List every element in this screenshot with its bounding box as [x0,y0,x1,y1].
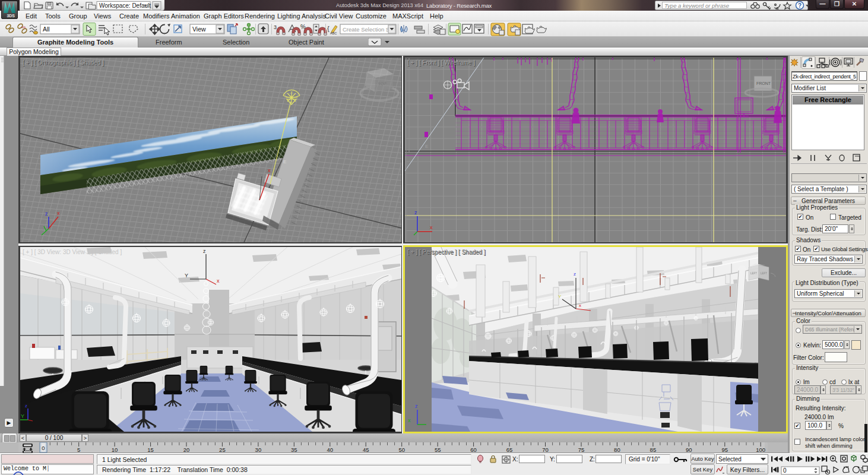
svg-text:20: 20 [183,446,190,453]
svg-text:E: E [283,159,286,164]
svg-text:60: 60 [470,446,477,453]
svg-text:z: z [203,248,206,254]
svg-text:LEFT: LEFT [750,272,757,275]
svg-text:30: 30 [255,446,262,453]
svg-text:40: 40 [327,446,334,453]
svg-text:z: z [25,403,27,408]
svg-text:[ + ] [ Perspective ] [ Shaded: [ + ] [ Perspective ] [ Shaded ] [407,249,486,255]
svg-text:50: 50 [398,446,405,453]
svg-text:LEFT: LEFT [761,272,767,275]
svg-text:x: x [579,303,581,308]
svg-text:x: x [57,210,60,216]
svg-text:3: 3 [274,24,277,30]
svg-text:45: 45 [363,446,369,453]
svg-text:4%: 4% [21,26,26,29]
svg-text:Y: Y [21,413,24,419]
svg-text:0: 0 [42,445,45,451]
svg-text:55: 55 [435,446,441,453]
svg-text:15: 15 [147,446,154,453]
svg-text:FRONT: FRONT [756,81,771,86]
svg-text:z: z [415,403,418,409]
svg-text:Create Selection Se: Create Selection Se [343,26,393,33]
svg-text:90: 90 [686,446,692,453]
svg-text:75: 75 [578,446,585,453]
svg-text:25: 25 [219,446,226,453]
svg-text:{: { [327,25,330,32]
svg-text:x: x [217,278,220,284]
svg-text:70: 70 [542,446,549,453]
svg-text:[ + ] [ Front ] [ Wireframe ]: [ + ] [ Front ] [ Wireframe ] [407,59,475,66]
svg-text:[ + ] [ 3D View: 3D View 1 ] [: [ + ] [ 3D View: 3D View 1 ] [ Shaded ] [23,249,122,255]
svg-text:0: 0 [783,467,787,474]
svg-text:[ + ] [ Orthographic ] [ Shade: [ + ] [ Orthographic ] [ Shaded ] [23,59,104,66]
svg-text:TOP: TOP [378,81,387,86]
svg-text:x: x [268,167,271,173]
svg-text:80: 80 [614,446,620,453]
svg-text:Y: Y [185,273,188,278]
svg-text:View: View [192,26,206,33]
svg-text:85: 85 [650,446,657,453]
svg-text:▾: ▾ [144,3,147,8]
svg-text:z: z [574,271,576,277]
svg-text:95: 95 [722,446,728,453]
svg-text:All: All [43,26,50,33]
svg-text:35: 35 [291,446,297,453]
svg-text:x: x [430,224,433,230]
svg-text:z: z [414,210,417,216]
svg-text:Y: Y [558,294,562,299]
svg-text:65: 65 [506,446,513,453]
svg-text:?: ? [798,2,802,9]
svg-text:E: E [425,144,428,149]
svg-text:ABC: ABC [330,31,337,35]
svg-text:5: 5 [77,446,80,453]
svg-text:Workspace: Default: Workspace: Default [99,2,151,9]
svg-text:10: 10 [112,446,118,453]
svg-text:100: 100 [756,446,765,453]
svg-text:x: x [408,417,411,423]
svg-text:z: z [45,211,48,217]
